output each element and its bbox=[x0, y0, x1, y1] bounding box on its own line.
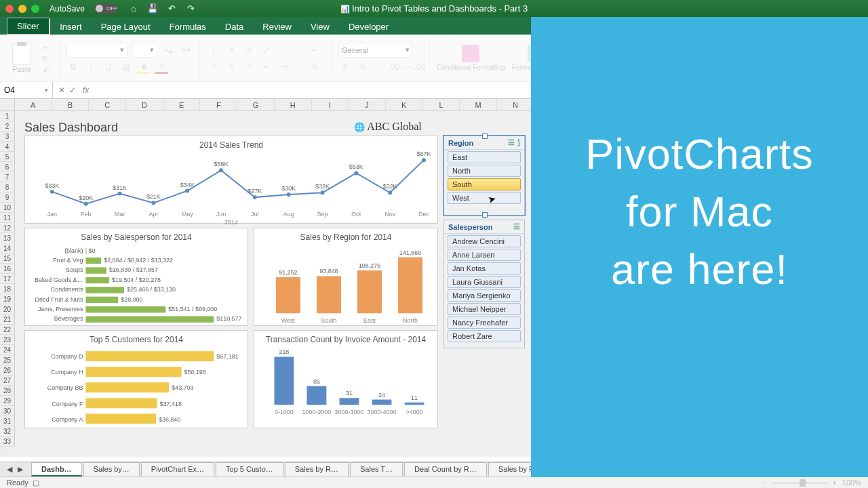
sheet-nav-next[interactable]: ▶ bbox=[15, 465, 26, 474]
sheet-tab[interactable]: Top 5 Custo… bbox=[216, 462, 283, 476]
row-header[interactable]: 23 bbox=[0, 335, 15, 345]
row-header[interactable]: 20 bbox=[0, 304, 15, 314]
col-header[interactable]: A bbox=[15, 99, 52, 110]
paste-button[interactable]: Paste bbox=[12, 43, 37, 73]
tab-page-layout[interactable]: Page Layout bbox=[92, 19, 160, 35]
select-all-corner[interactable] bbox=[0, 99, 15, 110]
col-header[interactable]: E bbox=[163, 99, 201, 110]
align-top-icon[interactable]: ⫶ bbox=[207, 43, 220, 57]
row-header[interactable]: 18 bbox=[0, 284, 15, 294]
row-header[interactable]: 8 bbox=[0, 182, 15, 192]
comma-icon[interactable]: , bbox=[374, 60, 387, 74]
row-header[interactable]: 16 bbox=[0, 264, 15, 274]
row-header[interactable]: 17 bbox=[0, 274, 15, 284]
col-header[interactable]: G bbox=[237, 99, 275, 110]
maximize-window-button[interactable] bbox=[31, 5, 39, 13]
italic-button[interactable]: I bbox=[84, 60, 98, 74]
number-format-select[interactable]: General▾ bbox=[338, 43, 413, 58]
multiselect-icon[interactable]: ☰ bbox=[508, 138, 515, 147]
row-header[interactable]: 6 bbox=[0, 162, 15, 172]
macro-record-icon[interactable]: ▢ bbox=[33, 479, 39, 487]
bold-button[interactable]: B bbox=[66, 60, 80, 74]
sheet-tab[interactable]: Sales T… bbox=[350, 462, 403, 476]
slicer-item[interactable]: Robert Zare bbox=[448, 330, 521, 342]
slicer-item[interactable]: West bbox=[448, 192, 521, 204]
slicer-item[interactable]: Jan Kotas bbox=[448, 262, 521, 274]
sheet-tab[interactable]: Sales by R… bbox=[285, 462, 349, 476]
orientation-icon[interactable]: ⤢ bbox=[260, 43, 273, 57]
col-header[interactable]: C bbox=[89, 99, 126, 110]
decrease-font-icon[interactable]: A▾ bbox=[179, 43, 193, 57]
copy-icon[interactable]: ⧉ bbox=[42, 54, 50, 63]
row-header[interactable]: 26 bbox=[0, 365, 15, 375]
home-icon[interactable]: ⌂ bbox=[127, 3, 140, 15]
tab-review[interactable]: Review bbox=[253, 19, 301, 35]
col-header[interactable]: H bbox=[275, 99, 312, 110]
format-painter-icon[interactable]: 🖌 bbox=[42, 65, 50, 73]
slicer-item[interactable]: East bbox=[448, 151, 521, 163]
row-header[interactable]: 15 bbox=[0, 253, 15, 264]
tab-slicer[interactable]: Slicer bbox=[7, 18, 50, 35]
col-header[interactable]: N bbox=[497, 99, 534, 110]
fx-icon[interactable]: fx bbox=[83, 85, 89, 95]
font-name-select[interactable]: ▾ bbox=[66, 43, 127, 58]
sheet-nav-prev[interactable]: ◀ bbox=[4, 465, 15, 474]
row-header[interactable]: 29 bbox=[0, 396, 15, 406]
conditional-formatting-button[interactable]: Conditional Formatting bbox=[437, 45, 505, 71]
slicer-salesperson[interactable]: Salesperson☰ Andrew CenciniAnne LarsenJa… bbox=[443, 220, 525, 348]
sheet-tab[interactable]: Deal Count by R… bbox=[404, 462, 487, 476]
cancel-formula-icon[interactable]: ✕ bbox=[58, 85, 65, 95]
merge-icon[interactable]: ⧉ bbox=[305, 60, 324, 73]
cut-icon[interactable]: ✂ bbox=[42, 43, 50, 52]
inc-decimal-icon[interactable]: .00→ bbox=[391, 60, 405, 74]
row-header[interactable]: 7 bbox=[0, 172, 15, 182]
row-header[interactable]: 3 bbox=[0, 131, 15, 142]
slicer-item[interactable]: Mariya Sergienko bbox=[448, 289, 521, 302]
row-header[interactable]: 28 bbox=[0, 386, 15, 396]
slicer-item[interactable]: Michael Neipper bbox=[448, 303, 521, 315]
row-header[interactable]: 4 bbox=[0, 142, 15, 152]
minimize-window-button[interactable] bbox=[18, 5, 26, 13]
underline-button[interactable]: U bbox=[102, 60, 115, 74]
row-header[interactable]: 13 bbox=[0, 233, 15, 243]
align-right-icon[interactable]: ≡ bbox=[242, 60, 256, 73]
font-color-button[interactable]: A bbox=[155, 60, 168, 74]
sheet-tab[interactable]: PivotChart Ex… bbox=[141, 462, 214, 476]
col-header[interactable]: K bbox=[386, 99, 423, 110]
zoom-out-button[interactable]: − bbox=[763, 479, 767, 487]
zoom-slider[interactable] bbox=[772, 482, 827, 484]
row-header[interactable]: 1 bbox=[0, 111, 15, 121]
sheet-tab[interactable]: Dashb… bbox=[31, 462, 82, 476]
slicer-item[interactable]: North bbox=[448, 165, 521, 177]
font-size-select[interactable]: ▾ bbox=[132, 43, 157, 58]
name-box[interactable]: O4▾ bbox=[0, 82, 53, 98]
redo-icon[interactable]: ↷ bbox=[184, 3, 197, 15]
tab-formulas[interactable]: Formulas bbox=[160, 19, 216, 35]
align-bot-icon[interactable]: ⫷ bbox=[242, 43, 256, 57]
chart-top-customers[interactable]: Top 5 Customers for 2014 Company D$67,18… bbox=[24, 330, 248, 428]
col-header[interactable]: B bbox=[52, 99, 90, 110]
currency-icon[interactable]: $ bbox=[338, 60, 352, 74]
dec-decimal-icon[interactable]: ←.00 bbox=[409, 60, 422, 74]
indent-inc-icon[interactable]: ⇥ bbox=[277, 60, 291, 73]
row-header[interactable]: 14 bbox=[0, 243, 15, 253]
sheet-tab[interactable]: Sales by… bbox=[83, 462, 140, 476]
tab-data[interactable]: Data bbox=[216, 19, 253, 35]
row-header[interactable]: 30 bbox=[0, 406, 15, 416]
tab-view[interactable]: View bbox=[301, 19, 339, 35]
row-header[interactable]: 21 bbox=[0, 314, 15, 325]
increase-font-icon[interactable]: A▴ bbox=[161, 43, 175, 57]
row-header[interactable]: 9 bbox=[0, 192, 15, 203]
row-header[interactable]: 19 bbox=[0, 294, 15, 304]
row-header[interactable]: 5 bbox=[0, 152, 15, 162]
slicer-item[interactable]: Laura Giussani bbox=[448, 276, 521, 288]
col-header[interactable]: L bbox=[423, 99, 460, 110]
row-header[interactable]: 25 bbox=[0, 355, 15, 365]
clear-filter-icon[interactable]: ⟆ bbox=[517, 138, 520, 147]
row-header[interactable]: 10 bbox=[0, 203, 15, 213]
slicer-item[interactable]: South bbox=[448, 178, 521, 190]
borders-button[interactable]: ▦ bbox=[119, 60, 133, 74]
close-window-button[interactable] bbox=[5, 5, 14, 13]
indent-dec-icon[interactable]: ⇤ bbox=[260, 60, 273, 73]
align-center-icon[interactable]: ≡ bbox=[224, 60, 238, 73]
